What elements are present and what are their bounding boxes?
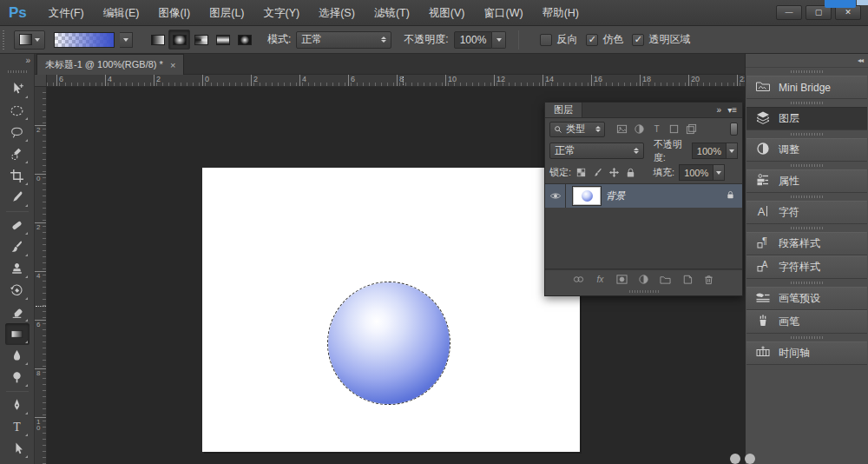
dock-group-grip[interactable] [746, 68, 868, 76]
delete-layer-icon[interactable] [702, 274, 715, 285]
new-layer-icon[interactable] [681, 274, 694, 285]
dock-panel-properties[interactable]: 属性 [746, 169, 867, 193]
menu-item[interactable]: 帮助(H) [533, 0, 589, 26]
options-bar-grip[interactable] [3, 30, 9, 50]
layer-thumbnail[interactable] [573, 187, 601, 205]
dock-panel-adjustments[interactable]: 调整 [746, 138, 867, 162]
layers-panel-tab[interactable]: 图层 [545, 103, 582, 117]
radial-gradient-button[interactable] [168, 30, 190, 50]
rounded-rectangle-tool[interactable] [5, 460, 30, 464]
layer-visibility-eye-icon[interactable] [545, 184, 566, 208]
dock-group-grip[interactable] [746, 334, 868, 341]
menu-item[interactable]: 选择(S) [309, 0, 365, 26]
menu-item[interactable]: 图像(I) [148, 0, 200, 26]
dock-panel-layers[interactable]: 图层 [746, 107, 867, 130]
gradient-editor-preview[interactable] [54, 32, 115, 48]
dodge-tool[interactable] [5, 367, 30, 388]
opacity-value-box[interactable]: 100% [454, 31, 493, 49]
pen-tool[interactable] [5, 394, 30, 416]
diamond-gradient-button[interactable] [233, 30, 255, 50]
dock-group-grip[interactable] [746, 130, 868, 138]
layer-filter-select[interactable]: 类型 [549, 122, 605, 137]
vertical-ruler[interactable]: 2024681 01 2 [35, 87, 47, 464]
lock-transparent-icon[interactable] [575, 167, 587, 178]
panel-collapse-chevron[interactable]: » [717, 105, 722, 115]
toolbar-grip[interactable] [8, 70, 27, 73]
dock-panel-mini-bridge[interactable]: Mini Bridge [746, 76, 867, 99]
dock-group-grip[interactable] [746, 224, 868, 232]
layer-style-icon[interactable]: fx [594, 274, 607, 285]
checkbox-icon[interactable] [540, 34, 552, 46]
layer-opacity-value[interactable]: 100% [692, 143, 727, 159]
history-brush-tool[interactable] [5, 280, 30, 302]
clone-stamp-tool[interactable] [5, 258, 30, 280]
lasso-tool[interactable] [5, 122, 30, 143]
checkbox-反向[interactable]: 反向 [540, 32, 577, 47]
dock-panel-character[interactable]: A字符 [746, 201, 867, 224]
spot-healing-brush-tool[interactable] [5, 215, 30, 236]
dock-panel-brush-panel[interactable]: 画笔 [746, 310, 867, 334]
ruler-corner[interactable] [35, 75, 47, 87]
dock-panel-timeline[interactable]: 时间轴 [746, 341, 867, 365]
layer-mask-icon[interactable] [615, 274, 628, 285]
layers-panel-resize-strip[interactable] [545, 288, 742, 295]
menu-item[interactable]: 视图(V) [419, 0, 475, 26]
adjustment-layer-filter-icon[interactable] [634, 123, 645, 135]
gradient-picker-arrow[interactable] [120, 32, 133, 48]
menu-item[interactable]: 文件(F) [39, 0, 94, 26]
blur-tool[interactable] [5, 345, 30, 367]
type-tool[interactable]: T [5, 416, 30, 438]
gradient-tool[interactable] [5, 323, 30, 345]
layer-fill-arrow[interactable] [713, 164, 725, 181]
shape-layer-filter-icon[interactable] [668, 123, 680, 135]
eraser-tool[interactable] [5, 302, 30, 323]
menu-item[interactable]: 图层(L) [200, 0, 253, 26]
dock-panel-character-styles[interactable]: A字符样式 [746, 255, 867, 279]
dock-group-grip[interactable] [746, 162, 868, 169]
eyedropper-tool[interactable] [5, 187, 30, 209]
opacity-dropdown-arrow[interactable] [492, 31, 506, 49]
reflected-gradient-button[interactable] [212, 30, 233, 50]
toolbar-collapse-chevron[interactable]: » [0, 54, 34, 68]
path-selection-tool[interactable] [5, 438, 30, 460]
layer-blend-mode-select[interactable]: 正常 [549, 143, 644, 159]
dock-panel-paragraph-styles[interactable]: ¶段落样式 [746, 232, 867, 255]
lock-position-icon[interactable] [608, 167, 620, 178]
pixel-layer-filter-icon[interactable] [616, 123, 628, 135]
panel-menu-icon[interactable]: ▾≡ [727, 105, 737, 115]
menu-item[interactable]: 编辑(E) [94, 0, 149, 26]
layer-filter-toggle[interactable] [730, 123, 738, 136]
dock-group-grip[interactable] [746, 193, 868, 201]
blend-mode-select[interactable]: 正常 [296, 31, 391, 49]
checkbox-仿色[interactable]: ✓仿色 [586, 32, 623, 47]
menu-item[interactable]: 滤镜(T) [365, 0, 419, 26]
document-canvas[interactable] [202, 168, 580, 452]
tab-close-icon[interactable]: × [170, 60, 175, 70]
lock-paint-icon[interactable] [592, 167, 603, 178]
menu-item[interactable]: 文字(Y) [254, 0, 310, 26]
checkbox-icon[interactable]: ✓ [586, 34, 598, 46]
brush-tool[interactable] [5, 236, 30, 258]
crop-tool[interactable] [5, 165, 30, 187]
dock-collapse-chevron[interactable]: ◂◂ [746, 54, 868, 68]
menu-item[interactable]: 窗口(W) [475, 0, 533, 26]
link-layers-icon[interactable] [572, 274, 585, 285]
document-tab[interactable]: 未标题-1 @ 100%(RGB/8) * × [36, 54, 184, 75]
tool-preset-picker[interactable] [14, 30, 45, 50]
layer-row[interactable]: 背景 [545, 184, 742, 208]
type-layer-filter-icon[interactable]: T [651, 123, 662, 135]
new-adjustment-layer-icon[interactable] [637, 274, 650, 285]
lock-all-icon[interactable] [625, 167, 636, 178]
checkbox-透明区域[interactable]: ✓透明区域 [632, 32, 690, 47]
dock-group-grip[interactable] [746, 99, 868, 107]
smart-object-filter-icon[interactable] [686, 123, 697, 135]
move-tool[interactable] [5, 78, 30, 100]
quick-selection-tool[interactable] [5, 143, 30, 165]
layer-fill-value[interactable]: 100% [679, 164, 713, 181]
new-group-icon[interactable] [659, 274, 672, 285]
linear-gradient-button[interactable] [147, 30, 168, 50]
layer-opacity-arrow[interactable] [727, 143, 738, 159]
horizontal-ruler[interactable]: 6420246810121416182022 [47, 75, 745, 87]
checkbox-icon[interactable]: ✓ [632, 34, 644, 46]
minimize-button[interactable]: — [776, 5, 802, 20]
